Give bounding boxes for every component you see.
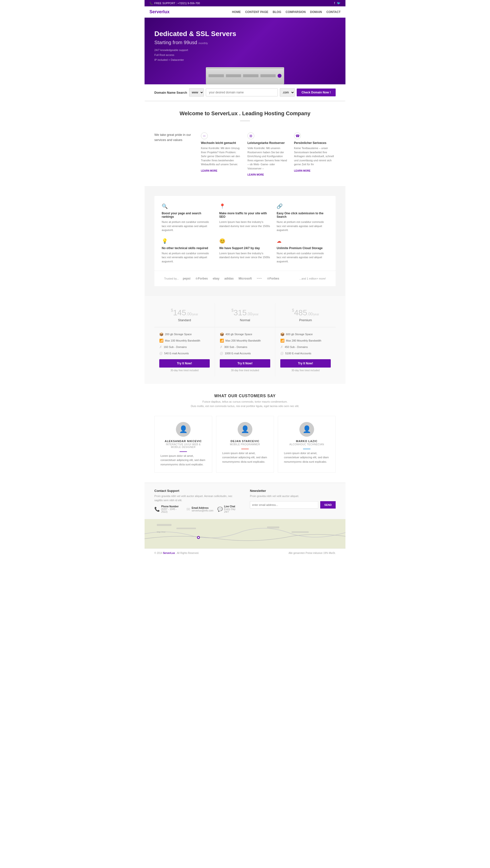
top-bar: 📞 FREE SUPPORT : +7(021) 9-556-700 f 🐦 (144, 0, 346, 6)
contact-phone-info: Phone Number (0207 - 1045 - 2522) (161, 505, 183, 513)
pricing-email-nor: 1000 E-mail Accounts (225, 352, 251, 355)
grid-feature-icon-1: 🔍 (162, 203, 214, 209)
pricing-amount-standard: $145.00/year (159, 308, 210, 317)
grid-feature-title-4: No other technical skills required (162, 246, 214, 250)
welcome-title: Welcome to ServerLux . Leading Hosting C… (154, 110, 336, 117)
feature-item-3: ☎ Persönlicher Seriveces Keine Textbaust… (294, 132, 336, 176)
gray-section: 🔍 Boost your page and search rankings Nu… (144, 186, 346, 296)
phone-icon: 📞 (154, 506, 160, 512)
grid-feature-title-6: Unlimite Premium Cloud Storage (276, 246, 328, 250)
sub-icon-pre: ✗ (280, 345, 283, 349)
domain-extension-select[interactable]: www (189, 88, 204, 97)
features-intro: We take great pride in our services and … (154, 132, 196, 176)
server-visual (154, 67, 336, 84)
contact-section: Contact Support Proin gravida nibh vel v… (144, 483, 346, 519)
feature-icon-2: ⊞ (248, 132, 254, 139)
pricing-name-normal: Normal (220, 318, 270, 322)
nav-content-page[interactable]: CONTENT PAGE (245, 10, 268, 14)
pricing-col-standard: 📦 200 gb Storage Space 📶 Max 100 Mounthl… (154, 327, 215, 377)
support-info: 📞 FREE SUPPORT : +7(021) 9-556-700 (150, 2, 200, 5)
nav-home[interactable]: HOME (232, 10, 241, 14)
avatar-3: 👤 (299, 422, 314, 437)
pricing-tier-premium: $485.00/year Premium (275, 303, 336, 327)
sub-icon-std: ✗ (159, 345, 162, 349)
grid-feature-title-2: Make more traffic to your site with SEO (219, 212, 271, 218)
sub-icon-nor: ✗ (220, 345, 223, 349)
newsletter-send-button[interactable]: SEND (320, 501, 336, 508)
welcome-section: Welcome to ServerLux . Leading Hosting C… (144, 100, 346, 130)
learn-more-3[interactable]: LEARN MORE (294, 169, 311, 172)
rack-slot (260, 74, 276, 77)
social-links[interactable]: f 🐦 (334, 1, 340, 5)
pricing-trial-standard: 30-day free triesl included (159, 369, 210, 372)
pricing-feature-bw-nor: 📶 Max 200 Mounthly Bandwidth (220, 339, 270, 343)
pricing-feature-email-pre: @ 5100 E-mail Accounts (280, 351, 331, 355)
testimonial-card-3: 👤 MARKO LAZIC ALCONHOUC TECHNECIAN Lorem… (278, 416, 336, 473)
grid-feature-1: 🔍 Boost your page and search rankings Nu… (162, 203, 214, 232)
domain-search-input[interactable] (206, 89, 278, 96)
pricing-features: 📦 200 gb Storage Space 📶 Max 100 Mounthl… (154, 327, 336, 377)
nav-domain[interactable]: DOMAIN (310, 10, 322, 14)
feature-body-1: Keine Kontrolle: Mit dem Umzug Ihrer Pro… (201, 146, 242, 166)
svg-rect-3 (157, 524, 171, 526)
pricing-btn-normal[interactable]: Try It Now! (220, 359, 270, 368)
storage-icon-pre: 📦 (280, 332, 285, 336)
email-icon: ✉ (187, 506, 190, 512)
pricing-trial-normal: 30-day free triesl included (220, 369, 270, 372)
person-name-3: MARKO LAZIC (284, 440, 329, 442)
person-role-3: ALCONHOUC TECHNECIAN (284, 443, 329, 446)
testimonial-text-2: Lorem ipsum dolor sit amet, consectetuer… (222, 451, 268, 464)
nav-blog[interactable]: BLOG (273, 10, 281, 14)
pricing-feature-storage-nor: 📦 400 gb Storage Space (220, 332, 270, 336)
learn-more-1[interactable]: LEARN MORE (201, 169, 217, 172)
grid-feature-title-1: Boost your page and search rankings (162, 212, 214, 218)
pricing-btn-standard[interactable]: Try It Now! (159, 359, 210, 368)
phone-value: (0207 - 1045 - 2522) (161, 508, 183, 513)
newsletter-col: Newsletter Proin gravida nibh vel velit … (250, 489, 336, 513)
testimonials-title: WHAT OUR CUSTOMERS SAY (154, 394, 336, 398)
pricing-feature-storage-pre: 📦 600 gb Storage Space (280, 332, 331, 336)
twitter-icon[interactable]: 🐦 (337, 1, 340, 5)
learn-more-2[interactable]: LEARN MORE (248, 173, 264, 176)
pricing-btn-premium[interactable]: Try It Now! (280, 359, 331, 368)
domain-tld-select[interactable]: .com .net .org (280, 88, 295, 97)
pricing-bw-std: Max 100 Mounthly Bandwidth (165, 339, 200, 342)
grid-feature-title-3: Easy One click submission to the Search (276, 212, 328, 218)
pricing-feature-email-nor: @ 1000 E-mail Accounts (220, 351, 270, 355)
check-domain-button[interactable]: Check Domain Now ! (297, 89, 336, 96)
pricing-sub-std: 160 Sub - Domains (164, 345, 187, 348)
pricing-col-premium: 📦 600 gb Storage Space 📶 Max 280 Mounthl… (275, 327, 336, 377)
newsletter-title: Newsletter (250, 489, 336, 493)
domain-search-label: Domain Name Search (154, 91, 187, 94)
grid-feature-title-5: We have Support 24/7 by day (219, 246, 271, 250)
testimonial-card-2: 👤 DEJAN STARCEVIC MOBILE PROGRAMMER Lore… (216, 416, 274, 473)
hero-feature1: 24/7 knowledgeable support (154, 48, 336, 53)
trusted-logo-ebay: ebay (213, 277, 219, 280)
trusted-by-section: Trusted by... pepsi ☆Forbes ebay adidas … (154, 271, 336, 286)
hero-subtitle: Starting from 99usd monthly (154, 40, 336, 45)
rack-slot (226, 74, 241, 77)
svg-point-2 (198, 537, 199, 538)
phone-label: Phone Number (161, 505, 183, 508)
grid-feature-body-3: Nunc at pretium est curabitur commodo la… (276, 220, 328, 232)
feature-title-1: Wechseln leicht gemacht (201, 141, 242, 145)
nav-contact[interactable]: CONTACT (326, 10, 340, 14)
footer-copy-text: © 2014 (154, 552, 162, 554)
pricing-name-premium: Premium (280, 318, 331, 322)
welcome-text-after: . Leading Hosting Company (239, 110, 311, 117)
newsletter-input[interactable] (250, 501, 318, 508)
svg-rect-4 (176, 528, 196, 529)
testimonial-border-3 (303, 449, 311, 449)
domain-search-bar: Domain Name Search www .com .net .org Ch… (144, 84, 346, 100)
nav-comparsion[interactable]: COMPARSION (286, 10, 306, 14)
grid-feature-icon-2: 📍 (219, 203, 271, 209)
pricing-email-std: 540 E-mail Accounts (164, 352, 189, 355)
logo[interactable]: Serverlux (150, 9, 169, 14)
pricing-storage-nor: 400 gb Storage Space (225, 333, 252, 336)
person-role-1: INTERACTIVE UX/UI WEB & MOBILE DESIGNER (161, 443, 206, 448)
facebook-icon[interactable]: f (334, 1, 335, 5)
contact-col: Contact Support Proin gravida nibh vel v… (154, 489, 240, 513)
contact-email-info: Email Address serverlux@info.com (192, 506, 214, 512)
pricing-tier-standard: $145.00/year Standard (154, 303, 215, 327)
features-row: We take great pride in our services and … (144, 130, 346, 186)
